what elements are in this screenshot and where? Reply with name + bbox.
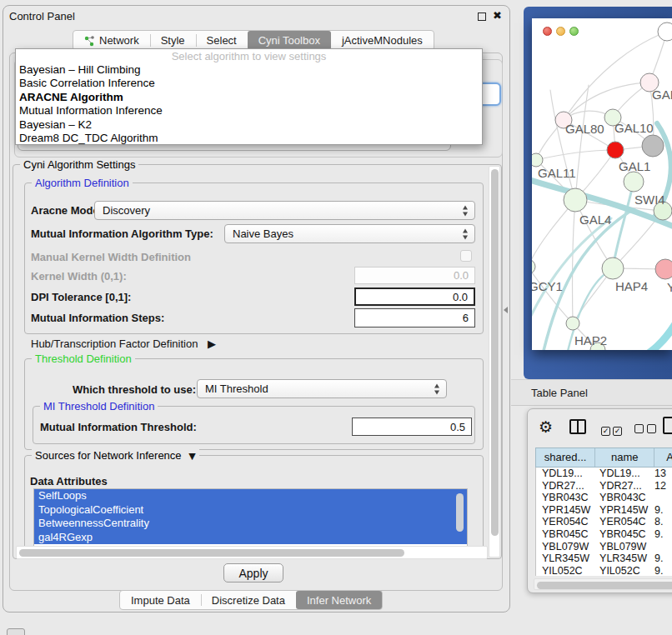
minimize-window-icon[interactable] <box>556 27 565 36</box>
mi-threshold-input[interactable]: 0.5 <box>352 418 472 436</box>
tab-impute-data[interactable]: Impute Data <box>120 591 201 609</box>
network-edge[interactable] <box>536 150 615 160</box>
algorithm-option[interactable]: Bayesian – Hill Climbing <box>16 63 482 77</box>
data-attributes-items: SelfLoopsTopologicalCoefficientBetweenne… <box>34 489 467 544</box>
settings-vertical-scrollbar[interactable] <box>489 166 500 558</box>
select-all-icon[interactable]: ✓✓ <box>601 422 622 437</box>
manual-kernel-width-label: Manual Kernel Width Definition <box>31 250 191 265</box>
network-node-label: SWI4 <box>634 192 665 207</box>
network-node-gal11[interactable] <box>532 153 543 167</box>
tab-cyni-toolbox[interactable]: Cyni Toolbox <box>248 31 331 50</box>
tab-jactivemnodules[interactable]: jActiveMNodules <box>331 31 434 50</box>
network-node[interactable] <box>642 135 664 157</box>
file-icon[interactable] <box>663 417 672 434</box>
tab-infer-network[interactable]: Infer Network <box>296 591 382 609</box>
close-panel-icon[interactable]: ✖ <box>493 9 502 22</box>
table-row[interactable]: YPR145WYPR145W9. <box>536 504 672 517</box>
tab-style[interactable]: Style <box>150 31 196 50</box>
network-node-gal4[interactable] <box>564 188 587 212</box>
network-node[interactable] <box>658 22 672 41</box>
algorithm-option[interactable]: Dream8 DC_TDC Algorithm <box>16 132 482 145</box>
network-canvas-window[interactable]: GALGAL80GAL10GAL1GAL11SWI4GAL4GCY1HAP4YH… <box>532 18 672 350</box>
settings-horizontal-scrollbar[interactable] <box>16 546 488 559</box>
tab-discretize-data[interactable]: Discretize Data <box>201 591 296 609</box>
network-edge[interactable] <box>550 90 575 200</box>
table-cell: YDL19... <box>536 468 594 480</box>
table-row[interactable]: YLR345WYLR345W9. <box>536 552 672 565</box>
which-threshold-select[interactable]: MI Threshold <box>197 379 447 398</box>
table-cell <box>651 492 672 504</box>
table-row[interactable]: YBL079WYBL079W <box>536 541 672 553</box>
table-cell: YLR345W <box>594 552 651 565</box>
dpi-tolerance-input[interactable]: 0.0 <box>354 288 475 306</box>
tab-network[interactable]: Network <box>73 31 150 50</box>
maximize-window-icon[interactable] <box>569 27 579 36</box>
network-edge[interactable] <box>613 182 634 268</box>
table-row[interactable]: YDR27...YDR27...12 <box>536 480 672 492</box>
table-horizontal-scrollbar-thumb[interactable] <box>537 582 672 589</box>
table-cell: 9. <box>651 504 672 517</box>
algorithm-option[interactable]: Basic Correlation Inference <box>16 77 482 90</box>
data-attribute-option[interactable]: BetweennessCentrality <box>34 517 467 531</box>
mi-steps-label: Mutual Information Steps: <box>31 311 164 326</box>
data-attributes-list[interactable]: SelfLoopsTopologicalCoefficientBetweenne… <box>33 488 468 548</box>
data-attribute-option[interactable]: gal4RGexp <box>34 531 467 545</box>
network-node-gal1[interactable] <box>624 172 644 192</box>
column-header-shared-name[interactable]: shared... <box>536 448 595 467</box>
apply-button[interactable]: Apply <box>223 563 283 582</box>
tab-select[interactable]: Select <box>196 31 248 50</box>
settings-vertical-scrollbar-thumb[interactable] <box>491 169 499 536</box>
network-node-gcy1[interactable] <box>532 259 535 274</box>
panel-splitter-handle[interactable] <box>504 307 508 313</box>
data-attribute-option[interactable]: SelfLoops <box>34 489 467 503</box>
hub-definition-label: Hub/Transcription Factor Definition <box>31 338 198 350</box>
kernel-width-input[interactable]: 0.0 <box>354 267 475 284</box>
network-node[interactable] <box>607 142 624 158</box>
which-threshold-value: MI Threshold <box>205 382 268 395</box>
stepper-arrows-icon <box>463 205 469 216</box>
deselect-all-icon[interactable] <box>634 422 656 437</box>
table-horizontal-scrollbar[interactable] <box>534 578 672 590</box>
table-cell: YBL079W <box>536 541 594 553</box>
mi-steps-input[interactable]: 6 <box>354 308 475 328</box>
hub-definition-disclosure[interactable]: Hub/Transcription Factor Definition ▶ <box>31 338 216 350</box>
gear-icon[interactable]: ⚙ <box>539 418 553 436</box>
algorithm-definition-title: Algorithm Definition <box>32 177 133 189</box>
column-header-partial[interactable]: A <box>654 448 672 467</box>
table-row[interactable]: YDL19...YDL19...13 <box>536 468 672 480</box>
collapsed-arrow-icon: ▶ <box>208 338 216 350</box>
table-cell: YDR27... <box>594 480 651 492</box>
column-view-icon[interactable] <box>569 419 586 434</box>
network-edge[interactable] <box>532 267 573 323</box>
float-window-icon[interactable] <box>478 12 486 21</box>
table-row[interactable]: YIL052CYIL052C9. <box>536 565 672 576</box>
manual-kernel-width-checkbox[interactable] <box>460 250 472 262</box>
sources-group-title[interactable]: Sources for Network Inference ▼ <box>32 449 199 462</box>
aracne-mode-select[interactable]: Discovery <box>94 201 475 220</box>
algorithm-option[interactable]: ARACNE Algorithm <box>16 91 482 104</box>
table-row[interactable]: YER054CYER054C8. <box>536 516 672 528</box>
network-edge[interactable] <box>630 318 672 350</box>
network-node-y[interactable] <box>655 259 672 279</box>
attributes-vertical-scrollbar[interactable] <box>456 493 464 532</box>
network-node-hap2[interactable] <box>566 317 579 330</box>
table-cell: YDL19... <box>594 468 651 480</box>
close-window-icon[interactable] <box>543 27 552 36</box>
algorithm-option[interactable]: Mutual Information Inference <box>16 104 482 118</box>
table-row[interactable]: YBR045CYBR045C9. <box>536 528 672 541</box>
network-node-hap4[interactable] <box>602 258 624 279</box>
data-attribute-option[interactable]: TopologicalCoefficient <box>34 503 467 518</box>
network-edge[interactable] <box>575 85 589 200</box>
partial-corner-widget[interactable] <box>7 628 25 635</box>
network-canvas-svg[interactable]: GALGAL80GAL10GAL1GAL11SWI4GAL4GCY1HAP4YH… <box>532 18 672 350</box>
network-node-label: HAP4 <box>615 279 648 293</box>
network-edge[interactable] <box>572 200 575 323</box>
column-header-name[interactable]: name <box>595 448 654 467</box>
tab-discretize-data-label: Discretize Data <box>212 594 285 607</box>
table-cell: 9. <box>651 528 672 541</box>
dpi-tolerance-label: DPI Tolerance [0,1]: <box>31 290 131 305</box>
mi-algorithm-type-select[interactable]: Naive Bayes <box>224 224 475 243</box>
settings-horizontal-scrollbar-thumb[interactable] <box>19 549 404 557</box>
table-row[interactable]: YBR043CYBR043C <box>536 492 672 504</box>
algorithm-option[interactable]: Bayesian – K2 <box>16 118 482 132</box>
